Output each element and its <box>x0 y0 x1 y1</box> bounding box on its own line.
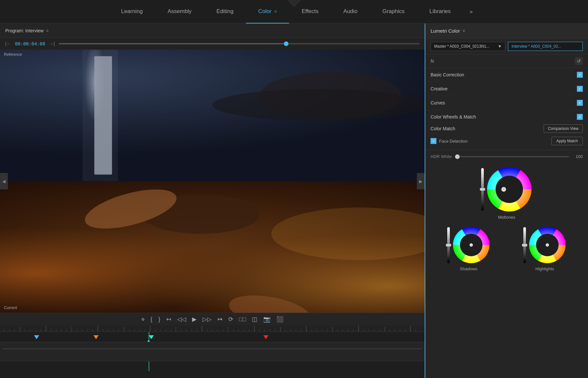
section-curves[interactable]: Curves ✓ <box>425 96 588 110</box>
nav-item-libraries[interactable]: Libraries <box>417 0 463 24</box>
hdr-slider[interactable] <box>457 156 569 157</box>
face-detection-row: ✓ Face Detection Apply Match <box>431 137 583 145</box>
video-nav-left[interactable]: ◀ <box>0 173 8 189</box>
marker-blue[interactable] <box>34 335 39 339</box>
nav-label-editing: Editing <box>217 8 234 15</box>
overwrite-btn[interactable]: ◫ <box>252 316 257 323</box>
video-nav-right[interactable]: ▶ <box>417 173 425 189</box>
nav-item-audio[interactable]: Audio <box>331 0 370 24</box>
goto-in-btn[interactable]: ↤ <box>166 316 171 323</box>
timeline-clip-bg <box>0 342 425 361</box>
hdr-slider-thumb <box>455 154 460 159</box>
midtones-color-wheel-svg[interactable] <box>486 166 532 212</box>
face-detection-left: ✓ Face Detection <box>431 138 467 144</box>
section-basic-correction-checkbox[interactable]: ✓ <box>577 72 583 78</box>
nav-item-graphics[interactable]: Graphics <box>370 0 417 24</box>
shadows-color-wheel-svg[interactable] <box>452 226 490 264</box>
camera-btn[interactable]: 📷 <box>263 316 270 323</box>
color-wheels-checkbox[interactable]: ✓ <box>577 114 583 120</box>
timecode-display: 00:00:04:08 <box>15 41 45 46</box>
color-wheels-header: Color Wheels & Match ✓ <box>425 110 588 120</box>
timecode-out-icon[interactable]: →| <box>49 41 55 46</box>
program-header: Program: Interview ≡ <box>0 24 425 38</box>
nav-arrow-top <box>287 0 301 7</box>
hdr-row: HDR White 100 <box>425 150 588 163</box>
nav-more-button[interactable]: » <box>463 0 479 24</box>
goto-out-btn[interactable]: ↦ <box>218 316 222 323</box>
marker-btn[interactable]: ⋄ <box>141 316 145 323</box>
clip-selector-right[interactable]: Interview * A003_C004_02... <box>508 42 583 51</box>
video-cur-content <box>0 181 425 313</box>
nav-item-color[interactable]: Color ≡ <box>246 0 289 24</box>
midtones-wheel-item: Midtones <box>481 166 532 220</box>
video-ref-content <box>0 50 425 181</box>
clip-selector-left[interactable]: Master * A003_C004_0213N1... ▼ <box>431 42 505 51</box>
svg-point-16 <box>496 176 523 203</box>
section-basic-correction[interactable]: Basic Correction ✓ <box>425 68 588 82</box>
lumetri-header: Lumetri Color ≡ <box>425 24 588 39</box>
color-match-section: Color Match Comparison View ✓ Face Detec… <box>425 120 588 150</box>
hdr-label: HDR White <box>431 154 453 159</box>
nav-item-editing[interactable]: Editing <box>204 0 246 24</box>
shadows-label: Shadows <box>460 266 477 271</box>
highlights-color-wheel-svg[interactable] <box>529 226 566 264</box>
timecode-in-icon[interactable]: |← <box>5 41 11 46</box>
midtones-brightness-slider[interactable] <box>481 168 484 211</box>
timecode-fill <box>59 43 286 44</box>
loop-btn[interactable]: ⟳ <box>228 316 233 323</box>
step-back-btn[interactable]: ◁◁ <box>177 316 186 323</box>
face-detection-checkbox[interactable]: ✓ <box>431 138 436 144</box>
marker-teal[interactable] <box>149 335 154 339</box>
section-curves-label: Curves <box>431 100 445 105</box>
marker-orange[interactable] <box>93 335 99 339</box>
shadows-wheel-wrapper <box>447 226 490 264</box>
marker-red[interactable] <box>263 335 269 339</box>
current-video-svg <box>0 181 425 313</box>
timeline-ruler: // Generate ticks inline <box>0 325 425 332</box>
shadows-wheel-item: Shadows <box>447 226 490 271</box>
reference-label: Reference <box>4 52 22 57</box>
nav-item-assembly[interactable]: Assembly <box>155 0 204 24</box>
highlights-wheel-item: Highlights <box>523 226 566 271</box>
color-wheels-title: Color Wheels & Match <box>431 114 476 119</box>
top-navigation: Learning Assembly Editing Color ≡ Effect… <box>0 0 588 24</box>
video-area: ◀ Reference <box>0 50 425 313</box>
highlights-brightness-thumb <box>522 244 527 246</box>
shadows-brightness-slider[interactable] <box>447 227 450 263</box>
section-creative-checkbox[interactable]: ✓ <box>577 86 583 92</box>
reset-button[interactable]: ↺ <box>575 57 583 65</box>
timeline-scrubber-area[interactable]: // Generate ticks inline <box>0 325 425 371</box>
lumetri-menu-icon[interactable]: ≡ <box>463 28 465 33</box>
program-menu-icon[interactable]: ≡ <box>46 28 48 33</box>
timeline-minimap <box>0 348 425 349</box>
clip-left-arrow: ▼ <box>498 44 502 49</box>
clip-right-label: Interview * A003_C004_02... <box>512 44 561 49</box>
shadows-highlights-row: Shadows <box>431 226 583 271</box>
midtones-brightness-thumb <box>480 188 485 191</box>
shadows-brightness-thumb <box>446 244 451 246</box>
timecode-bar: |← 00:00:04:08 →| <box>0 38 425 50</box>
comparison-view-button[interactable]: Comparison View <box>544 124 583 133</box>
timeline-track-area[interactable] <box>0 332 425 371</box>
nav-item-learning[interactable]: Learning <box>109 0 155 24</box>
play-btn[interactable]: ▶ <box>192 316 197 323</box>
transport-controls: ⋄ { } ↤ ◁◁ ▶ ▷▷ ↦ ⟳ □□ ◫ 📷 ⬛ <box>0 313 425 325</box>
highlights-brightness-slider[interactable] <box>523 227 526 263</box>
nav-label-graphics: Graphics <box>383 8 405 15</box>
apply-match-button[interactable]: Apply Match <box>551 137 583 145</box>
main-layout: Program: Interview ≡ |← 00:00:04:08 →| ◀… <box>0 24 588 378</box>
in-btn[interactable]: { <box>151 316 153 323</box>
reference-video-svg <box>0 50 425 181</box>
timecode-slider[interactable] <box>59 43 419 44</box>
highlights-wheel-indicator <box>546 244 548 246</box>
nav-label-effects: Effects <box>302 8 318 15</box>
section-creative[interactable]: Creative ✓ <box>425 82 588 96</box>
highlights-wheel-wrapper <box>523 226 566 264</box>
midtones-wheel-wrapper <box>481 166 532 212</box>
section-curves-checkbox[interactable]: ✓ <box>577 100 583 106</box>
step-fwd-btn[interactable]: ▷▷ <box>203 316 212 323</box>
out-btn[interactable]: } <box>158 316 160 323</box>
button-editor[interactable]: ⬛ <box>276 316 284 323</box>
face-detection-label: Face Detection <box>439 139 467 144</box>
insert-btn[interactable]: □□ <box>239 316 246 323</box>
